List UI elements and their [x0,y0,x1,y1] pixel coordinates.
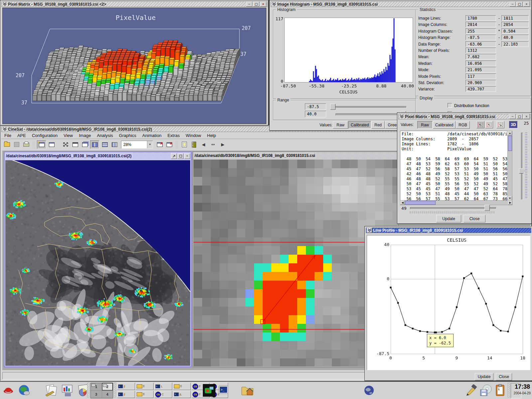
new-view-button[interactable] [71,141,79,149]
hist-values-raw-button[interactable]: Raw [333,121,348,129]
matrix-hscrollbar[interactable]: ◀ ▶ [400,200,512,205]
prev-image-button[interactable]: ◀ [199,141,208,149]
range-max-field[interactable]: 40.0 [305,111,326,117]
close-button[interactable]: Close [496,373,512,380]
matrix-hslider-thumb[interactable] [484,205,490,211]
workspace-1[interactable]: 1 [91,383,102,390]
range-min-field[interactable]: -87.5 [305,103,326,110]
close-button[interactable]: Close [464,215,485,222]
tile-vertical-button[interactable] [90,140,99,149]
home-folder-icon[interactable] [240,383,255,397]
range-min-slider-track[interactable] [332,106,407,108]
menu-item-file[interactable]: File [1,132,14,139]
matrix-text-area[interactable]: File: /data/cinesat/db/030918/img8 Image… [400,131,508,200]
window-shade-icon[interactable] [399,114,404,119]
update-button[interactable]: Update [475,373,493,380]
earth-icon[interactable] [363,385,375,396]
undock-view-icon[interactable] [171,153,177,159]
matrix-values-rgb-button[interactable]: RGB [456,121,470,129]
task-button[interactable]: fl [136,391,154,398]
clock-applet[interactable]: 17:38 2004-04-29 [503,382,531,398]
histogram-titlebar[interactable]: Image Histogram - MSG_IR108_img8_0309181… [271,1,531,7]
task-button[interactable]: >jl [117,383,135,390]
task-button[interactable]: >jL [173,391,191,398]
maximize-view-icon[interactable] [178,153,184,159]
task-button[interactable]: CSC [154,391,172,398]
close-icon[interactable]: × [523,2,530,7]
checkbox-distribution-function[interactable] [448,103,452,108]
minimize-icon[interactable]: ‒ [509,2,516,7]
cd-floppy-icon[interactable] [479,383,494,397]
menu-item-window[interactable]: Window [183,132,204,139]
maximize-icon[interactable]: ▢ [253,2,259,7]
task-button[interactable]: fl [136,383,154,390]
image-view-left-titlebar[interactable]: /data/cinesat/db/030918/img8/MSG_IR108_i… [5,152,191,160]
matrix-vscrollbar[interactable]: ▲ ▼ [507,131,512,200]
print-button[interactable] [22,141,31,149]
menu-item-ape[interactable]: APE [14,132,29,139]
task-button[interactable]: >jl [117,391,135,398]
close-window-button[interactable]: × [155,141,164,149]
close-view-icon[interactable]: × [184,153,190,159]
web-browser-icon[interactable] [17,383,31,397]
minimize-icon[interactable]: ‒ [509,114,516,119]
grid-windows-button[interactable] [110,141,119,149]
close-icon[interactable]: × [523,114,530,119]
workspace-3[interactable]: 3 [91,391,102,398]
menu-item-help[interactable]: Help [204,132,219,139]
image-view-right-titlebar[interactable]: /data/cinesat/db/030918/img8/MSG_IR108_i… [193,152,398,159]
pixel-matrix-titlebar[interactable]: Pixel Matrix - MSG_IR108_img8_0309181015… [398,114,531,119]
animation-button[interactable] [190,141,198,149]
select-region-nw-button[interactable]: ↖ [476,121,484,128]
matrix-hslider-track[interactable] [410,207,496,209]
pixel-matrix-3d-titlebar[interactable]: Pixel Matrix - MSG_IR108_img8_0309181015… [1,1,267,7]
window-shade-icon[interactable] [2,2,7,6]
maximize-icon[interactable]: ▢ [516,2,523,7]
redhat-menu-icon[interactable] [3,385,14,395]
3d-view-button[interactable]: 3D [509,121,518,128]
range-min-slider-thumb[interactable] [330,104,335,110]
writer-icon[interactable] [44,383,59,397]
close-icon[interactable]: × [260,2,266,7]
menu-item-analysis[interactable]: Analysis [94,132,116,139]
image-list-button[interactable] [180,141,189,149]
menu-item-image[interactable]: Image [76,132,94,139]
menu-item-extras[interactable]: Extras [165,132,183,139]
impress-icon[interactable] [60,383,75,397]
close-all-windows-button[interactable]: × [165,141,174,149]
range-max-slider-track[interactable] [335,113,407,116]
hist-values-calibrated-button[interactable]: Calibrated [348,121,371,129]
duplicate-window-button[interactable] [47,141,56,149]
minimize-icon[interactable]: ‒ [246,2,252,7]
pen-tool-icon[interactable] [465,384,478,397]
matrix-vslider-thumb[interactable] [519,168,525,174]
workspace-pager[interactable]: 1234 [90,383,113,398]
fit-view-button[interactable] [61,141,70,149]
matrix-values-raw-button[interactable]: Raw [417,121,433,129]
hist-values-red-button[interactable]: Red [371,121,385,129]
line-profile-titlebar[interactable]: Line Profile - MSG_IR108_img8_0309181015… [366,227,531,233]
menu-item-graphics[interactable]: Graphics [116,132,139,139]
task-button[interactable]: >L [154,383,172,390]
maximize-icon[interactable]: ▢ [516,114,523,119]
play-both-button[interactable]: ↔ [209,141,217,149]
update-button[interactable]: Update [436,215,461,222]
menu-item-configuration[interactable]: Configuration [29,132,61,139]
new-image-window-button[interactable]: * [37,140,46,149]
terminal-icon[interactable]: >_ [218,385,229,395]
window-shade-icon[interactable] [367,228,372,233]
next-image-button[interactable]: ▶ [218,141,227,149]
open-file-button[interactable] [3,141,11,149]
select-region-se-button[interactable]: ↘ [496,121,504,128]
cinesat-app-icon[interactable] [203,384,215,397]
select-region-small-button[interactable]: ↖ [485,121,493,128]
save-button[interactable] [12,141,21,149]
task-button[interactable]: fl [173,383,191,390]
tile-horizontal-button[interactable] [100,141,109,149]
menu-item-animation[interactable]: Animation [139,132,165,139]
window-shade-icon[interactable] [2,127,7,131]
satellite-globe-image[interactable] [5,160,190,366]
menu-item-view[interactable]: View [61,132,76,139]
matrix-values-calibrated-button[interactable]: Calibrated [433,121,456,129]
workspace-2[interactable]: 2 [102,383,113,390]
